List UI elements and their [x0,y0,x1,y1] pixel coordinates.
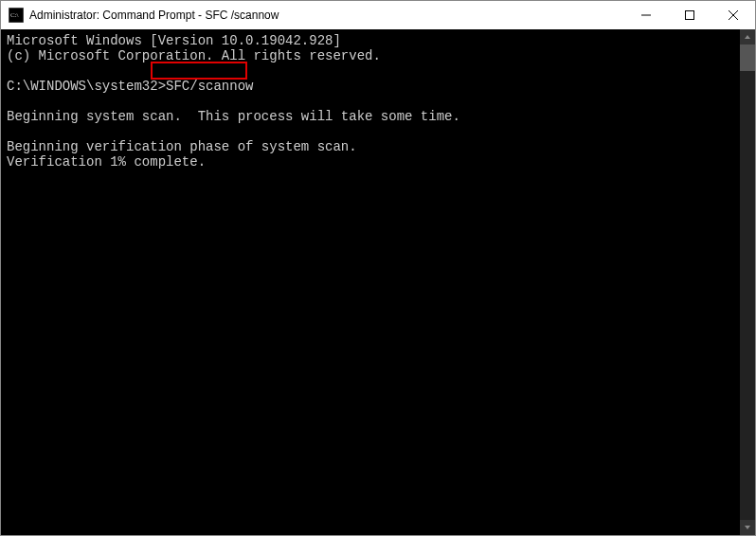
svg-text:C:\: C:\ [10,11,19,19]
progress-line: Verification 1% complete. [7,154,206,170]
command-text: SFC/scannow [166,79,253,94]
maximize-button[interactable] [668,1,711,29]
scroll-thumb[interactable] [740,45,755,71]
cmd-icon: C:\ [9,8,24,23]
prompt: C:\WINDOWS\system32> [7,79,166,94]
terminal-output[interactable]: Microsoft Windows [Version 10.0.19042.92… [1,29,755,535]
scroll-down-button[interactable] [740,520,755,535]
window-controls [624,1,755,29]
verify-line: Beginning verification phase of system s… [7,139,357,154]
terminal-area: Microsoft Windows [Version 10.0.19042.92… [1,29,755,535]
version-line: Microsoft Windows [Version 10.0.19042.92… [7,33,341,48]
svg-marker-7 [745,526,750,529]
vertical-scrollbar[interactable] [740,29,755,535]
copyright-line: (c) Microsoft Corporation. All rights re… [7,48,381,63]
minimize-button[interactable] [624,1,668,29]
scan-begin-line: Beginning system scan. This process will… [7,109,460,124]
svg-rect-3 [686,11,694,20]
titlebar[interactable]: C:\ Administrator: Command Prompt - SFC … [1,1,755,29]
scroll-up-button[interactable] [740,29,755,45]
svg-marker-6 [745,35,750,39]
window-title: Administrator: Command Prompt - SFC /sca… [29,9,279,22]
close-button[interactable] [711,1,755,29]
